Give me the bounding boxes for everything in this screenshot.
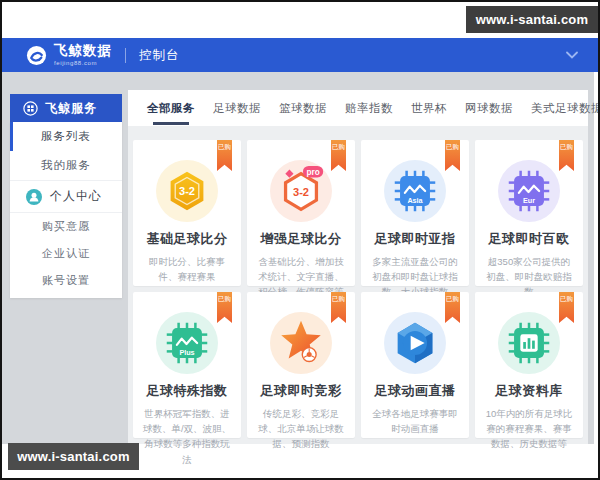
- card-title: 足球即时竞彩: [247, 382, 355, 400]
- tab-odds-index[interactable]: 赔率指数: [336, 90, 402, 126]
- sidebar-item-service-list[interactable]: 服务列表: [10, 122, 122, 151]
- card-football-live-betting[interactable]: 已购: [247, 292, 355, 438]
- card-title: 基础足球比分: [133, 230, 241, 248]
- sidebar-group-services-label: 飞鲸服务: [45, 100, 97, 117]
- purchased-ribbon: 已购: [445, 140, 460, 171]
- hexagon-play-icon: [388, 316, 442, 370]
- apps-grid-icon: [23, 101, 38, 116]
- gold-hexagon-score-icon: 3-2: [160, 164, 214, 218]
- sidebar-item-account-settings[interactable]: 账号设置: [10, 267, 122, 294]
- card-football-special-index[interactable]: 已购 Plus: [133, 292, 241, 438]
- brand-domain: feijing88.com: [54, 60, 112, 66]
- tab-football-data[interactable]: 足球数据: [204, 90, 270, 126]
- star-football-icon: [274, 316, 328, 370]
- database-chip-icon: [502, 316, 556, 370]
- user-icon: [26, 189, 42, 205]
- app-window: www.i-santai.com 飞鲸数据 feijing88.com 控制台: [0, 0, 600, 480]
- card-title: 足球即时百欧: [475, 230, 583, 248]
- purchased-ribbon: 已购: [559, 140, 574, 171]
- purchased-ribbon: 已购: [217, 292, 232, 323]
- content-area: 飞鲸服务 服务列表 我的服务 个人中心 购买意愿 企业认证 账号设置: [2, 72, 594, 444]
- sidebar-group-personal-label: 个人中心: [50, 188, 102, 205]
- main-panel: 全部服务 足球数据 篮球数据 赔率指数 世界杯 网球数据 美式足球数据 已购: [128, 90, 588, 444]
- card-title: 足球资料库: [475, 382, 583, 400]
- service-card-grid: 已购 3-2 基础足球比分 即时比分、比赛事件、赛程赛果: [133, 140, 588, 438]
- sidebar-group-personal[interactable]: 个人中心: [10, 180, 122, 213]
- tab-basketball-data[interactable]: 篮球数据: [270, 90, 336, 126]
- card-description: 10年内的所有足球比赛的赛程赛果、赛事数据、历史数据等: [484, 406, 574, 452]
- card-title: 足球即时亚指: [361, 230, 469, 248]
- svg-text:Eur: Eur: [523, 196, 535, 205]
- card-football-european-odds[interactable]: 已购 Eur: [475, 140, 583, 286]
- purchased-ribbon: 已购: [217, 140, 232, 171]
- card-description: 传统足彩、竞彩足球、北京单场让球数据、预测指数: [256, 406, 346, 452]
- sidebar-item-purchase-intent[interactable]: 购买意愿: [10, 213, 122, 240]
- watermark-bottom-left: www.i-santai.com: [8, 443, 139, 470]
- card-title: 足球动画直播: [361, 382, 469, 400]
- tab-bar: 全部服务 足球数据 篮球数据 赔率指数 世界杯 网球数据 美式足球数据: [128, 90, 588, 126]
- svg-text:Plus: Plus: [179, 348, 194, 357]
- purchased-ribbon: 已购: [331, 292, 346, 323]
- pro-hexagon-score-icon: 3-2 pro: [274, 164, 328, 218]
- tab-american-football-data[interactable]: 美式足球数据: [522, 90, 600, 126]
- svg-text:3-2: 3-2: [179, 185, 195, 197]
- card-football-animation-live[interactable]: 已购 足球动画直播 全球各地足球赛事即时动画直播: [361, 292, 469, 438]
- purchased-ribbon: 已购: [331, 140, 346, 171]
- card-football-database[interactable]: 已购: [475, 292, 583, 438]
- card-description: 即时比分、比赛事件、赛程赛果: [142, 254, 232, 284]
- brand-logo[interactable]: 飞鲸数据 feijing88.com: [26, 44, 112, 66]
- sidebar: 飞鲸服务 服务列表 我的服务 个人中心 购买意愿 企业认证 账号设置: [10, 94, 122, 298]
- purchased-ribbon: 已购: [559, 292, 574, 323]
- card-football-asian-handicap[interactable]: 已购 Asia: [361, 140, 469, 286]
- card-description: 全球各地足球赛事即时动画直播: [370, 406, 460, 436]
- tab-world-cup[interactable]: 世界杯: [402, 90, 456, 126]
- top-navbar: 飞鲸数据 feijing88.com 控制台: [2, 38, 598, 72]
- purchased-ribbon: 已购: [445, 292, 460, 323]
- tab-all-services[interactable]: 全部服务: [138, 90, 204, 126]
- whale-logo-icon: [26, 45, 47, 66]
- navbar-divider: [125, 48, 126, 63]
- sidebar-panel: 服务列表 我的服务 个人中心 购买意愿 企业认证 账号设置: [10, 122, 122, 298]
- card-title: 增强足球比分: [247, 230, 355, 248]
- card-enhanced-football-score[interactable]: 已购 3-2 pro 增强足球比分 含基础比分、增加技术统计、文字直播、积分榜、…: [247, 140, 355, 286]
- card-description: 世界杯冠军指数、进球数、单/双、波胆、角球数等多种指数玩法: [142, 406, 232, 467]
- sidebar-group-services[interactable]: 飞鲸服务: [10, 94, 122, 122]
- eur-index-chip-icon: Eur: [502, 164, 556, 218]
- chevron-down-icon[interactable]: [566, 51, 578, 59]
- sidebar-item-enterprise-cert[interactable]: 企业认证: [10, 240, 122, 267]
- watermark-top-right: www.i-santai.com: [466, 6, 598, 33]
- console-link[interactable]: 控制台: [139, 47, 180, 64]
- asia-index-chip-icon: Asia: [388, 164, 442, 218]
- brand-name: 飞鲸数据: [54, 44, 112, 58]
- sidebar-item-my-services[interactable]: 我的服务: [10, 151, 122, 180]
- svg-text:pro: pro: [306, 168, 319, 177]
- tab-tennis-data[interactable]: 网球数据: [456, 90, 522, 126]
- card-title: 足球特殊指数: [133, 382, 241, 400]
- card-basic-football-score[interactable]: 已购 3-2 基础足球比分 即时比分、比赛事件、赛程赛果: [133, 140, 241, 286]
- plus-index-chip-icon: Plus: [160, 316, 214, 370]
- svg-text:3-2: 3-2: [293, 186, 309, 198]
- svg-text:Asia: Asia: [407, 196, 423, 205]
